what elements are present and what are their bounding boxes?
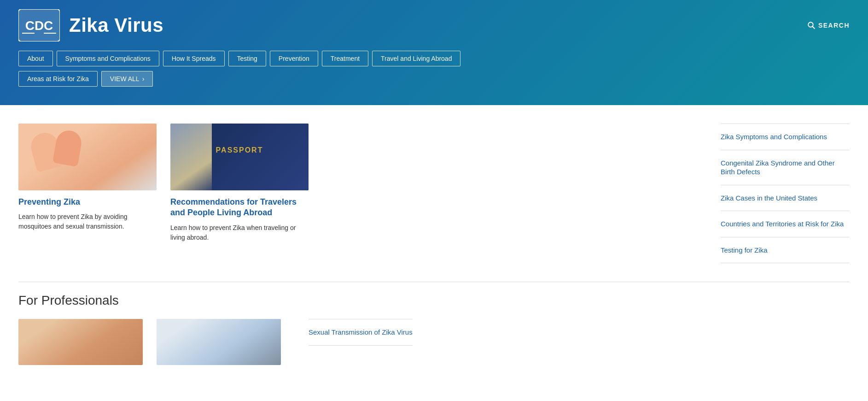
nav-symptoms[interactable]: Symptoms and Complications	[57, 51, 159, 66]
prof-card-doctor-image	[157, 319, 281, 365]
card-recommendations-travelers: Recommendations for Travelers and People…	[170, 124, 309, 242]
svg-text:CDC: CDC	[25, 18, 53, 33]
svg-line-5	[812, 26, 815, 29]
featured-cards: Preventing Zika Learn how to prevent Zik…	[18, 124, 693, 263]
sidebar-links: Zika Symptoms and Complications Congenit…	[721, 124, 850, 263]
recommendations-image	[170, 124, 309, 190]
secondary-nav: Areas at Risk for Zika VIEW ALL ›	[18, 71, 850, 87]
recommendations-description: Learn how to prevent Zika when traveling…	[170, 223, 309, 242]
nav-how-it-spreads[interactable]: How It Spreads	[163, 51, 225, 66]
preventing-zika-title[interactable]: Preventing Zika	[18, 197, 157, 207]
nav-areas-at-risk[interactable]: Areas at Risk for Zika	[18, 71, 98, 87]
nav-prevention[interactable]: Prevention	[270, 51, 318, 66]
preventing-zika-image	[18, 124, 157, 190]
prof-card-skin	[18, 319, 143, 365]
prof-sidebar-links: Sexual Transmission of Zika Virus	[309, 319, 413, 365]
nav-testing[interactable]: Testing	[228, 51, 266, 66]
chevron-right-icon: ›	[142, 75, 145, 83]
site-title: Zika Virus	[69, 14, 163, 36]
search-button[interactable]: SEARCH	[807, 21, 850, 29]
nav-about[interactable]: About	[18, 51, 53, 66]
professionals-section: For Professionals Sexual Transmission of…	[0, 263, 868, 383]
professionals-divider: For Professionals	[18, 282, 850, 308]
card-preventing-zika: Preventing Zika Learn how to prevent Zik…	[18, 124, 157, 231]
view-all-button[interactable]: VIEW ALL ›	[101, 71, 153, 87]
sidebar-link-zika-cases-us[interactable]: Zika Cases in the United States	[721, 185, 850, 212]
sidebar-link-zika-symptoms[interactable]: Zika Symptoms and Complications	[721, 124, 850, 150]
header-brand: CDC Zika Virus	[18, 9, 163, 41]
prof-card-skin-image	[18, 319, 143, 365]
nav-travel[interactable]: Travel and Living Abroad	[372, 51, 460, 66]
site-header: CDC Zika Virus SEARCH About Symptoms and…	[0, 0, 868, 105]
search-icon	[807, 21, 816, 29]
prof-card-doctor	[157, 319, 281, 365]
recommendations-title[interactable]: Recommendations for Travelers and People…	[170, 197, 309, 218]
sidebar-link-sexual-transmission[interactable]: Sexual Transmission of Zika Virus	[309, 319, 413, 346]
professionals-title: For Professionals	[18, 293, 850, 308]
main-area: Preventing Zika Learn how to prevent Zik…	[0, 105, 868, 263]
professionals-cards: Sexual Transmission of Zika Virus	[18, 319, 850, 365]
sidebar-link-countries-risk[interactable]: Countries and Territories at Risk for Zi…	[721, 211, 850, 237]
sidebar-link-congenital-zika[interactable]: Congenital Zika Syndrome and Other Birth…	[721, 150, 850, 185]
nav-treatment[interactable]: Treatment	[322, 51, 368, 66]
cdc-logo-icon: CDC	[18, 9, 60, 41]
search-label: SEARCH	[818, 22, 850, 29]
primary-nav: About Symptoms and Complications How It …	[18, 51, 850, 66]
sidebar-link-testing-zika[interactable]: Testing for Zika	[721, 237, 850, 264]
preventing-zika-description: Learn how to prevent Zika by avoiding mo…	[18, 212, 157, 231]
svg-point-4	[808, 22, 813, 27]
